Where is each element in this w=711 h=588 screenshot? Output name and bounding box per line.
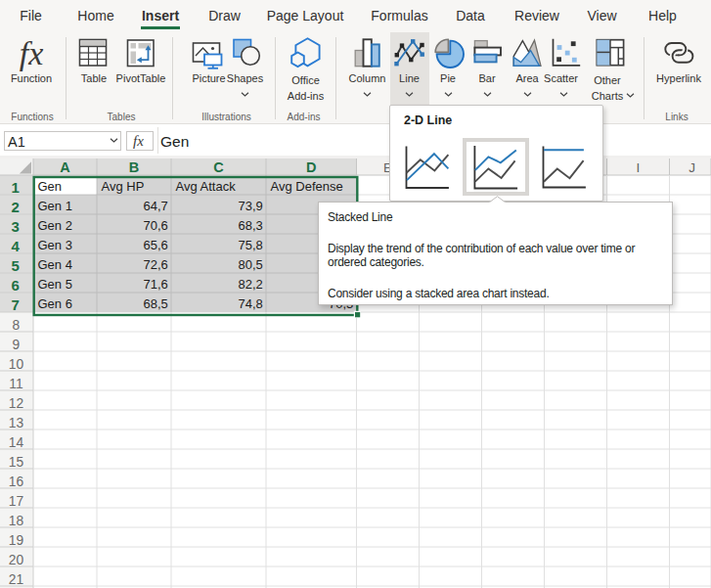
svg-text:4: 4	[11, 238, 20, 254]
svg-text:16: 16	[9, 475, 24, 489]
svg-text:Gen 5: Gen 5	[38, 277, 72, 292]
svg-text:8: 8	[13, 318, 21, 333]
svg-text:19: 19	[9, 533, 24, 548]
svg-text:14: 14	[9, 435, 24, 450]
svg-text:Gen 4: Gen 4	[38, 257, 72, 272]
svg-text:17: 17	[9, 494, 23, 509]
svg-text:6: 6	[11, 277, 19, 294]
svg-text:68,5: 68,5	[143, 296, 167, 311]
svg-text:65,6: 65,6	[143, 238, 167, 252]
svg-text:74,8: 74,8	[238, 296, 262, 311]
svg-text:15: 15	[9, 455, 24, 470]
svg-text:Gen 6: Gen 6	[38, 296, 72, 311]
svg-text:3: 3	[11, 218, 19, 235]
svg-text:7: 7	[11, 296, 19, 313]
svg-text:5: 5	[11, 257, 19, 274]
svg-text:18: 18	[9, 514, 24, 528]
svg-text:Gen 2: Gen 2	[38, 218, 72, 233]
svg-text:11: 11	[9, 377, 22, 391]
svg-text:80,5: 80,5	[238, 257, 262, 272]
svg-text:13: 13	[9, 416, 24, 430]
svg-text:71,6: 71,6	[143, 277, 167, 292]
svg-text:9: 9	[13, 338, 21, 352]
svg-text:Gen 3: Gen 3	[38, 238, 72, 252]
svg-text:72,6: 72,6	[143, 257, 167, 272]
svg-text:75,8: 75,8	[238, 238, 262, 252]
svg-text:20: 20	[9, 553, 24, 567]
svg-text:82,2: 82,2	[238, 277, 262, 292]
svg-text:21: 21	[9, 572, 23, 587]
svg-text:12: 12	[9, 396, 23, 411]
svg-text:68,3: 68,3	[238, 218, 262, 233]
svg-text:70,6: 70,6	[143, 218, 167, 233]
svg-text:10: 10	[9, 357, 24, 372]
